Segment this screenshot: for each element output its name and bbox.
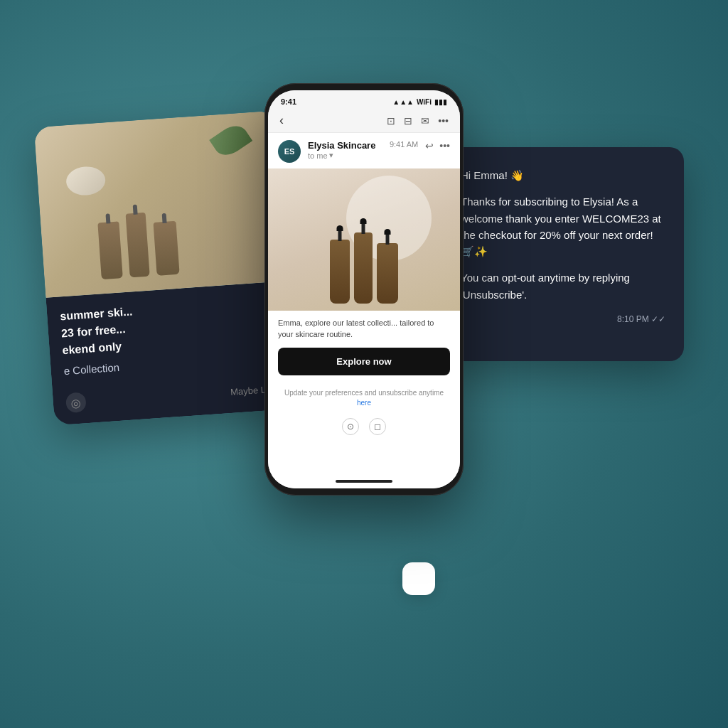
time-display: 9:41: [281, 97, 296, 106]
trash-icon[interactable]: ⊟: [404, 115, 412, 127]
unsubscribe-link[interactable]: here: [357, 399, 371, 407]
reply-icon[interactable]: ↩: [425, 140, 434, 151]
leaf-decoration: [209, 120, 252, 161]
sms-optout-text: You can opt-out anytime by replying 'Uns…: [461, 269, 665, 303]
email-content-text: Emma, explore our latest collecti... tai…: [268, 311, 460, 348]
more-options-icon[interactable]: •••: [439, 140, 450, 151]
instagram-social-icon[interactable]: ◻: [369, 418, 386, 435]
more-icon[interactable]: •••: [438, 115, 449, 127]
email-bottle-1: [330, 240, 350, 304]
decorative-square-bottom: [402, 562, 435, 595]
phone-screen: 9:41 ▲▲▲ WiFi ▮▮▮ ‹ ⊡ ⊟ ✉ ••• ES: [268, 90, 460, 488]
email-bottle-2: [354, 232, 373, 304]
wifi-icon: WiFi: [417, 98, 432, 106]
phone-device: 9:41 ▲▲▲ WiFi ▮▮▮ ‹ ⊡ ⊟ ✉ ••• ES: [264, 83, 464, 496]
email-footer: Update your preferences and unsubscribe …: [268, 382, 460, 414]
email-social-icons: ⊙ ◻: [268, 414, 460, 442]
photo-promo-card: summer ski...23 for free...ekend only e …: [34, 111, 296, 426]
toolbar-actions: ⊡ ⊟ ✉ •••: [387, 115, 449, 127]
back-button[interactable]: ‹: [279, 113, 284, 128]
product-bottle-1: [97, 221, 123, 279]
email-time: 9:41 AM: [390, 140, 418, 149]
sms-greeting: Hi Emma! 👋: [461, 167, 665, 183]
email-header: ES Elysia Skincare to me ▾ 9:41 AM ↩ •••: [268, 133, 460, 168]
email-toolbar: ‹ ⊡ ⊟ ✉ •••: [268, 109, 460, 133]
email-meta: Elysia Skincare to me ▾: [308, 140, 382, 160]
product-bottle-3: [153, 221, 179, 276]
to-me-label: to me ▾: [308, 151, 382, 160]
home-indicator: [336, 480, 392, 483]
email-banner: [268, 168, 460, 311]
product-bottle-2: [126, 213, 150, 278]
stone-decoration: [65, 166, 107, 197]
status-icons: ▲▲▲ WiFi ▮▮▮: [392, 98, 447, 106]
email-body: Emma, explore our latest collecti... tai…: [268, 168, 460, 488]
whatsapp-social-icon[interactable]: ⊙: [342, 418, 359, 435]
explore-now-button[interactable]: Explore now: [278, 348, 450, 375]
product-bottles: [330, 232, 398, 304]
sms-message-body: Thanks for subscribing to Elysia! As a w…: [461, 193, 665, 259]
photo-card-body: summer ski...23 for free...ekend only e …: [46, 281, 296, 425]
email-bottle-3: [377, 243, 398, 304]
sender-avatar: ES: [278, 140, 301, 163]
sms-timestamp: 8:10 PM ✓✓: [461, 313, 665, 326]
marketing-scene: summer ski...23 for free...ekend only e …: [44, 62, 684, 666]
mail-icon[interactable]: ✉: [421, 115, 429, 127]
promo-text: summer ski...23 for free...ekend only e …: [60, 293, 280, 379]
battery-icon: ▮▮▮: [434, 98, 447, 106]
signal-icon: ▲▲▲: [392, 98, 414, 106]
email-reply-icons: ↩ •••: [425, 140, 450, 151]
whatsapp-icon: ◎: [65, 392, 87, 413]
status-bar: 9:41 ▲▲▲ WiFi ▮▮▮: [268, 90, 460, 109]
archive-icon[interactable]: ⊡: [387, 115, 395, 127]
sms-message-card: Hi Emma! 👋 Thanks for subscribing to Ely…: [442, 147, 684, 361]
sender-name: Elysia Skincare: [308, 140, 382, 151]
product-image: [34, 111, 287, 298]
photo-card-footer: ◎ Maybe Later: [65, 378, 282, 413]
